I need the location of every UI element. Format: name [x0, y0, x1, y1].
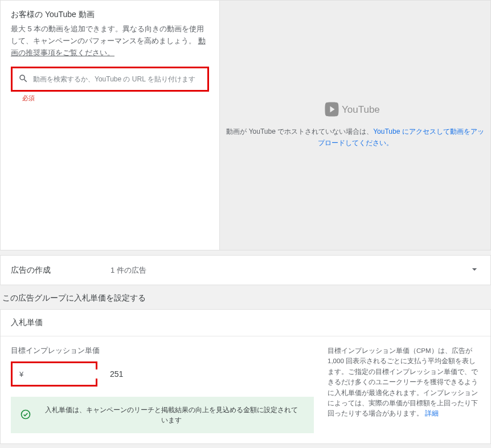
required-label: 必須 [22, 94, 209, 102]
currency-symbol: ¥ [19, 370, 23, 379]
svg-point-1 [22, 410, 30, 418]
bid-amount-input[interactable] [23, 369, 123, 379]
youtube-logo: YouTube [324, 102, 387, 118]
bid-input-box[interactable]: ¥ [11, 361, 97, 387]
video-search-input[interactable] [33, 75, 202, 83]
ad-creation-label: 広告の作成 [11, 265, 111, 276]
bid-banner-text: 入札単価は、キャンペーンのリーチと掲載結果の向上を見込める金額に設定されています [38, 405, 305, 425]
ad-count: 1 件の広告 [111, 265, 469, 276]
chevron-down-icon [469, 264, 480, 277]
bid-card-title: 入札単価 [1, 310, 490, 336]
bid-help-link[interactable]: 詳細 [425, 410, 439, 417]
preview-hint-text: 動画が YouTube でホストされていない場合は、YouTube にアクセスし… [220, 126, 490, 148]
youtube-video-panel: お客様の YouTube 動画 最大 5 本の動画を追加できます。異なる向きの動… [0, 0, 219, 250]
search-icon [18, 73, 28, 85]
bid-help-panel: 目標インプレッション単価（CPM）は、広告が 1,000 回表示されるごとに支払… [328, 346, 480, 433]
ad-creation-row[interactable]: 広告の作成 1 件の広告 [0, 255, 491, 285]
video-preview-panel: YouTube 動画が YouTube でホストされていない場合は、YouTub… [219, 0, 491, 250]
bid-card: 入札単価 目標インプレッション単価 ¥ 入札単価は、キャンペーンのリーチと掲載結… [0, 309, 491, 444]
bid-field-label: 目標インプレッション単価 [11, 346, 314, 356]
video-search-box[interactable] [11, 67, 209, 92]
check-circle-icon [20, 409, 31, 422]
bid-section-heading: この広告グループに入札単価を設定する [0, 292, 491, 309]
youtube-panel-description: 最大 5 本の動画を追加できます。異なる向きの動画を使用して、キャンペーンのパフ… [11, 23, 209, 59]
svg-text:YouTube: YouTube [342, 104, 380, 115]
bid-info-banner: 入札単価は、キャンペーンのリーチと掲載結果の向上を見込める金額に設定されています [11, 397, 314, 433]
youtube-panel-title: お客様の YouTube 動画 [11, 10, 209, 20]
